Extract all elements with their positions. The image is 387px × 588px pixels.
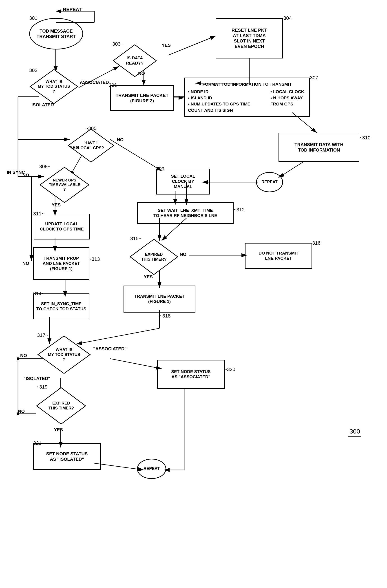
svg-line-39 — [94, 463, 144, 470]
node-310: TRANSMIT DATA WITH TOD INFORMATION — [278, 133, 359, 162]
label-no-319: NO — [18, 409, 25, 414]
svg-line-18 — [110, 139, 162, 171]
ref-underline — [348, 437, 361, 437]
node-302: WHAT IS MY TOD STATUS ? — [29, 69, 79, 105]
ref-306: 306 — [109, 82, 117, 88]
label-associated-317: "ASSOCIATED" — [93, 346, 127, 352]
node-314: SET IN_SYNC_TIME TO CHECK TOD STATUS — [33, 294, 89, 319]
ref-302: 302 — [29, 67, 38, 73]
ref-308: 308~ — [39, 164, 51, 169]
ref-307: 307 — [310, 75, 318, 81]
ref-305: ~305 — [85, 126, 97, 131]
node-317: WHAT IS MY TOD STATUS ? — [37, 335, 91, 374]
label-no-305: NO — [117, 137, 124, 142]
svg-line-3 — [169, 36, 216, 55]
node-307-cols: • NODE ID • ISLAND ID • NUM UPDATES TO G… — [188, 89, 306, 113]
node-315: EXPIRED THIS TIMER? — [129, 238, 178, 275]
repeat-circle-1: REPEAT — [256, 172, 283, 192]
label-isolated-317: "ISOLATED" — [24, 376, 50, 381]
label-yes-315: YES — [144, 274, 153, 279]
ref-311: 311~ — [33, 211, 44, 217]
svg-line-31 — [110, 359, 162, 369]
node-304: RESET LNE PKT AT LAST TDMA SLOT IN NEXT … — [216, 18, 283, 59]
svg-line-9 — [278, 162, 303, 178]
diagram-ref-300: 300 — [349, 428, 360, 435]
node-318: TRANSMIT LNE PACKET (FIGURE 1) — [124, 286, 195, 313]
svg-point-37 — [17, 357, 19, 360]
node-306: TRANSMIT LNE PACKET (FIGURE 2) — [110, 85, 174, 111]
label-no-303: NO — [138, 71, 145, 76]
ref-319: ~319 — [36, 384, 48, 390]
ref-321: 321~ — [33, 440, 44, 446]
ref-316: 316 — [312, 240, 321, 246]
label-yes-305: YES — [70, 145, 79, 150]
label-yes-303: YES — [162, 43, 171, 48]
ref-314: 314~ — [33, 291, 44, 296]
ref-315: 315~ — [130, 236, 141, 241]
label-repeat-top: REPEAT — [63, 7, 82, 12]
label-yes-308: YES — [52, 202, 61, 208]
node-308: NEWER GPS TIME AVAILABLE ? — [39, 166, 90, 204]
node-316: DO NOT TRANSMIT LNE PACKET — [245, 243, 312, 269]
ref-309: 309 — [156, 166, 164, 172]
label-associated-302: ASSOCIATED — [80, 80, 109, 85]
label-yes-319: YES — [54, 427, 63, 432]
repeat-circle-bottom: REPEAT — [137, 459, 166, 479]
ref-312: ~312 — [233, 207, 245, 213]
ref-310: ~310 — [359, 135, 371, 141]
label-no-317: NO — [20, 353, 27, 358]
label-in-sync: IN SYNC — [7, 170, 25, 175]
ref-313: ~313 — [89, 256, 100, 262]
ref-304: 304 — [283, 15, 292, 21]
node-313: TRANSMIT PROP AND LNE PACKET (FIGURE 1) — [33, 247, 89, 280]
ref-303: 303~ — [112, 41, 124, 47]
node-307: FORMAT TOD INFORMATION TO TRANSMIT • NOD… — [184, 78, 310, 117]
diagram-container: 300 TOD MESSAGE TRANSMIT START 301 REPEA… — [0, 0, 387, 588]
ref-320: ~320 — [224, 367, 235, 372]
node-320: SET NODE STATUS AS "ASSOCIATED" — [157, 360, 225, 389]
ref-318: ~318 — [159, 313, 171, 319]
node-307-title: FORMAT TOD INFORMATION TO TRANSMIT — [188, 81, 306, 87]
node-319: EXPIRED THIS TIMER? — [36, 387, 86, 425]
label-no-313: NO — [22, 261, 29, 266]
label-no-315: NO — [180, 252, 186, 257]
node-312: SET WAIT_LNE_XMT_TIME TO HEAR RF NEIGHBO… — [137, 202, 233, 224]
node-303: IS DATA READY? — [112, 44, 157, 78]
ref-317: 317~ — [37, 332, 48, 338]
label-isolated-302: ISOLATED — [31, 102, 54, 107]
ref-301: 301 — [29, 15, 38, 21]
node-309: SET LOCAL CLOCK BY MANUAL — [156, 169, 210, 194]
node-311: UPDATE LOCAL CLOCK TO GPS TIME — [34, 214, 90, 239]
label-no-308: NO — [22, 173, 29, 178]
node-321: SET NODE STATUS AS "ISOLATED" — [33, 443, 101, 470]
node-301: TOD MESSAGE TRANSMIT START — [29, 18, 83, 49]
